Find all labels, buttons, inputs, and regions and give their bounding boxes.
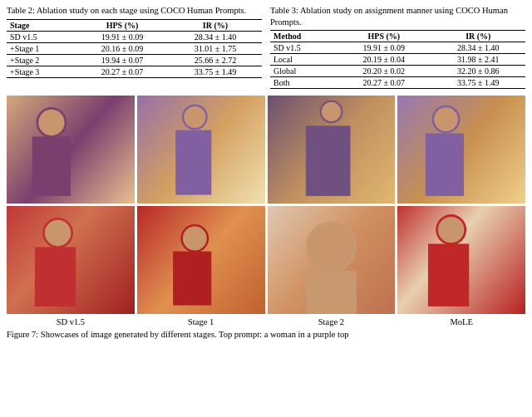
table-cell: SD v1.5 — [270, 42, 337, 54]
table2-col-ir: IR (%) — [169, 19, 262, 31]
table3-header-row: Method HPS (%) IR (%) — [270, 31, 525, 42]
table3-col-method: Method — [270, 31, 337, 42]
table-cell: SD v1.5 — [7, 31, 76, 42]
figure-caption: Figure 7: Showcases of image generated b… — [7, 329, 525, 341]
image-row2-col4 — [397, 206, 525, 314]
images-grid — [7, 96, 525, 314]
table2-header-row: Stage HPS (%) IR (%) — [7, 19, 262, 31]
table-cell: Global — [270, 66, 337, 77]
image-row1-col4 — [397, 96, 525, 204]
table-cell: 20.19 ± 0.04 — [337, 54, 431, 66]
image-row2-col2 — [137, 206, 265, 314]
table-cell: 19.91 ± 0.09 — [76, 31, 169, 42]
table2-block: Table 2: Ablation study on each stage us… — [7, 5, 262, 89]
table-cell: 25.66 ± 2.72 — [169, 54, 262, 66]
table2-col-stage: Stage — [7, 19, 76, 31]
table-cell: Both — [270, 77, 337, 89]
table3-col-hps: HPS (%) — [337, 31, 431, 42]
table-cell: +Stage 2 — [7, 54, 76, 66]
table-cell: 32.20 ± 0.86 — [431, 66, 525, 77]
table-cell: Local — [270, 54, 337, 66]
table2: Stage HPS (%) IR (%) SD v1.519.91 ± 0.09… — [7, 19, 262, 78]
table-cell: 28.34 ± 1.40 — [169, 31, 262, 42]
table-cell: 20.20 ± 0.02 — [337, 66, 431, 77]
table3-caption: Table 3: Ablation study on assignment ma… — [270, 5, 525, 27]
table-cell: 28.34 ± 1.40 — [431, 42, 525, 54]
table-cell: 20.27 ± 0.07 — [337, 77, 431, 89]
image-row1-col1 — [7, 96, 135, 204]
image-row2-col1 — [7, 206, 135, 314]
table-cell: 33.75 ± 1.49 — [431, 77, 525, 89]
table-cell: 31.98 ± 2.41 — [431, 54, 525, 66]
table3: Method HPS (%) IR (%) SD v1.519.91 ± 0.0… — [270, 30, 525, 89]
table-cell: 20.27 ± 0.07 — [76, 66, 169, 77]
image-row1-col2 — [137, 96, 265, 204]
table2-col-hps: HPS (%) — [76, 19, 169, 31]
tables-section: Table 2: Ablation study on each stage us… — [7, 5, 525, 89]
table3-col-ir: IR (%) — [431, 31, 525, 42]
image-row2-col3 — [268, 206, 396, 314]
table2-caption: Table 2: Ablation study on each stage us… — [7, 5, 262, 17]
table-cell: 19.94 ± 0.07 — [76, 54, 169, 66]
table3-block: Table 3: Ablation study on assignment ma… — [270, 5, 525, 89]
table-cell: +Stage 3 — [7, 66, 76, 77]
label-mole: MoLE — [397, 317, 525, 326]
table-cell: 19.91 ± 0.09 — [337, 42, 431, 54]
label-stage2: Stage 2 — [268, 317, 396, 326]
table-cell: 20.16 ± 0.09 — [76, 42, 169, 54]
page: Table 2: Ablation study on each stage us… — [0, 0, 532, 346]
table-cell: 31.01 ± 1.75 — [169, 42, 262, 54]
image-row1-col3 — [268, 96, 396, 204]
table-cell: 33.75 ± 1.49 — [169, 66, 262, 77]
image-labels-row: SD v1.5 Stage 1 Stage 2 MoLE — [7, 317, 525, 326]
table-cell: +Stage 1 — [7, 42, 76, 54]
label-sdv15: SD v1.5 — [7, 317, 135, 326]
label-stage1: Stage 1 — [137, 317, 265, 326]
